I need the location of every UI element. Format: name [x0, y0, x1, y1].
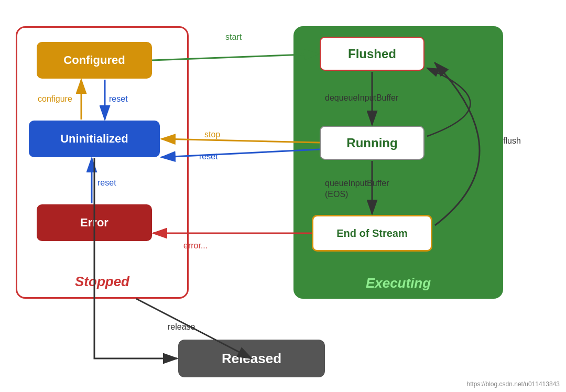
flushed-state: Flushed [320, 37, 424, 71]
error-label: error... [183, 241, 208, 251]
uninitialized-state: Uninitialized [29, 121, 160, 157]
queue-label: queueInputBuffer(EOS) [325, 178, 389, 200]
start-label: start [225, 32, 242, 42]
watermark: https://blog.csdn.net/u011413843 [467, 380, 560, 388]
configured-state: Configured [37, 42, 152, 79]
diagram-container: Stopped Executing Configured Uninitializ… [0, 0, 566, 392]
released-state: Released [178, 340, 325, 377]
end-of-stream-state: End of Stream [312, 215, 432, 252]
dequeue-label: dequeueInputBuffer [325, 93, 398, 103]
stop-label: stop [204, 130, 220, 139]
executing-label: Executing [366, 275, 431, 291]
reset-error-label: reset [97, 178, 116, 188]
flush-label: flush [503, 136, 521, 146]
error-state: Error [37, 204, 152, 241]
configure-label: configure [38, 94, 72, 104]
reset-configured-label: reset [109, 94, 128, 104]
reset-executing-label: reset [199, 152, 218, 161]
stopped-label: Stopped [75, 274, 129, 290]
release-label: release [168, 322, 195, 332]
running-state: Running [320, 126, 424, 160]
